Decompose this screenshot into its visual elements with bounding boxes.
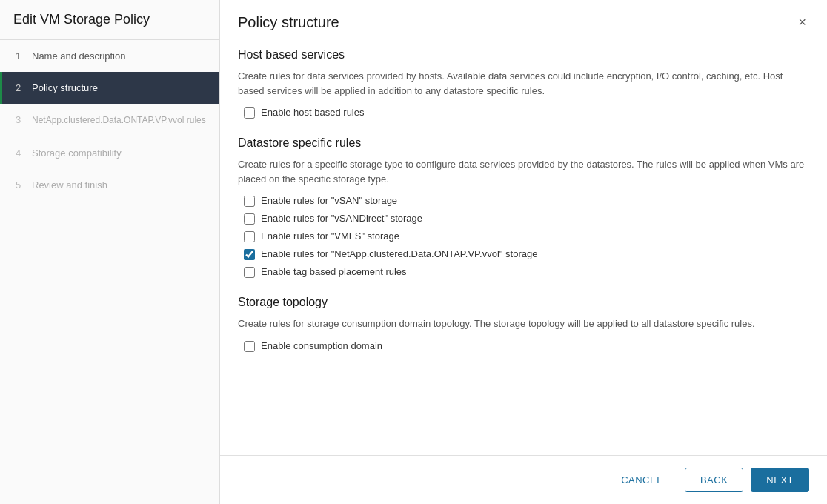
step-2-number: 2 [16, 82, 26, 93]
next-button[interactable]: NEXT [751, 468, 809, 492]
main-body: Host based services Create rules for dat… [220, 33, 827, 455]
step-1-label: Name and description [32, 50, 125, 62]
dialog: Edit VM Storage Policy 1 Name and descri… [0, 0, 827, 504]
sidebar-item-name-description[interactable]: 1 Name and description [0, 40, 219, 72]
enable-netapp-vvol-checkbox[interactable] [244, 249, 255, 260]
step-2-label: Policy structure [32, 82, 98, 93]
enable-vsan-label[interactable]: Enable rules for "vSAN" storage [261, 195, 397, 206]
step-5-number: 5 [16, 179, 26, 190]
section-datastore-specific-rules: Datastore specific rules Create rules fo… [238, 136, 809, 278]
sidebar-item-storage-compatibility[interactable]: 4 Storage compatibility [0, 137, 219, 169]
step-3-label: NetApp.clustered.Data.ONTAP.VP.vvol rule… [32, 114, 206, 127]
step-3-number: 3 [16, 114, 26, 125]
cancel-button[interactable]: CANCEL [606, 468, 677, 492]
host-based-services-title: Host based services [238, 48, 809, 62]
storage-topology-desc: Create rules for storage consumption dom… [238, 316, 809, 331]
checkbox-row-enable-vsandirect: Enable rules for "vSANDirect" storage [238, 213, 809, 225]
step-5-label: Review and finish [32, 179, 107, 190]
enable-vsandirect-checkbox[interactable] [244, 213, 255, 225]
step-1-number: 1 [16, 50, 26, 62]
datastore-specific-rules-title: Datastore specific rules [238, 136, 809, 150]
step-4-label: Storage compatibility [32, 147, 122, 159]
main-content: Policy structure × Host based services C… [220, 0, 827, 504]
sidebar-title: Edit VM Storage Policy [0, 0, 219, 40]
main-header: Policy structure × [220, 0, 827, 33]
host-based-services-desc: Create rules for data services provided … [238, 69, 809, 98]
datastore-specific-rules-desc: Create rules for a specific storage type… [238, 157, 809, 186]
sidebar-items: 1 Name and description 2 Policy structur… [0, 40, 219, 504]
enable-tag-based-label[interactable]: Enable tag based placement rules [261, 266, 407, 277]
checkbox-row-enable-consumption-domain: Enable consumption domain [238, 340, 809, 352]
sidebar-item-vvol-rules[interactable]: 3 NetApp.clustered.Data.ONTAP.VP.vvol ru… [0, 104, 219, 137]
close-button[interactable]: × [795, 12, 809, 33]
footer: CANCEL BACK NEXT [220, 455, 827, 504]
sidebar-item-policy-structure[interactable]: 2 Policy structure [0, 72, 219, 104]
checkbox-row-enable-host-based-rules: Enable host based rules [238, 107, 809, 119]
enable-vsan-checkbox[interactable] [244, 196, 255, 207]
section-storage-topology: Storage topology Create rules for storag… [238, 296, 809, 352]
step-4-number: 4 [16, 147, 26, 159]
dialog-body: Edit VM Storage Policy 1 Name and descri… [0, 0, 827, 504]
checkbox-row-enable-vsan: Enable rules for "vSAN" storage [238, 195, 809, 207]
enable-consumption-domain-checkbox[interactable] [244, 341, 255, 352]
enable-vmfs-label[interactable]: Enable rules for "VMFS" storage [261, 231, 399, 242]
sidebar: Edit VM Storage Policy 1 Name and descri… [0, 0, 220, 504]
enable-tag-based-checkbox[interactable] [244, 267, 255, 278]
enable-netapp-vvol-label[interactable]: Enable rules for "NetApp.clustered.Data.… [261, 248, 537, 259]
enable-consumption-domain-label[interactable]: Enable consumption domain [261, 340, 382, 351]
checkbox-row-enable-vmfs: Enable rules for "VMFS" storage [238, 231, 809, 242]
storage-topology-title: Storage topology [238, 296, 809, 309]
main-header-title: Policy structure [238, 14, 339, 31]
enable-host-based-rules-label[interactable]: Enable host based rules [261, 107, 364, 118]
sidebar-item-review-finish[interactable]: 5 Review and finish [0, 169, 219, 201]
section-host-based-services: Host based services Create rules for dat… [238, 48, 809, 119]
checkbox-row-enable-netapp-vvol: Enable rules for "NetApp.clustered.Data.… [238, 248, 809, 260]
enable-vmfs-checkbox[interactable] [244, 231, 255, 242]
back-button[interactable]: BACK [685, 468, 743, 492]
enable-vsandirect-label[interactable]: Enable rules for "vSANDirect" storage [261, 213, 422, 224]
checkbox-row-enable-tag-based: Enable tag based placement rules [238, 266, 809, 278]
enable-host-based-rules-checkbox[interactable] [244, 107, 255, 119]
